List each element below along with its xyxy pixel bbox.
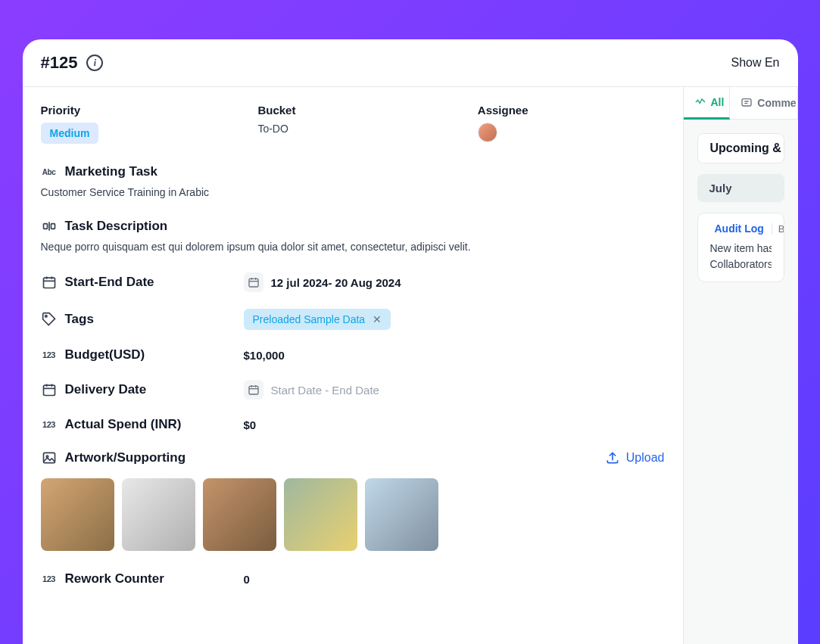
budget-value: $10,000 <box>244 349 285 362</box>
assignee-field: Assignee <box>478 104 528 144</box>
artwork-thumbnail[interactable] <box>365 478 438 551</box>
svg-rect-3 <box>43 278 55 288</box>
tags-row: Tags Preloaded Sample Data ✕ <box>41 309 665 330</box>
svg-rect-16 <box>249 386 258 394</box>
actual-spend-row: 123 Actual Spend (INR) $0 <box>41 416 665 433</box>
desc-row: Task Description <box>41 218 665 235</box>
bucket-label: Bucket <box>257 104 295 117</box>
sidebar-content: Upcoming & Ov July Audit Log By New item… <box>684 120 798 296</box>
calendar-icon[interactable] <box>244 380 263 400</box>
tab-comments-label: Comme <box>757 97 796 109</box>
assignee-label: Assignee <box>478 104 528 117</box>
rework-label: Rework Counter <box>65 571 164 586</box>
close-icon[interactable]: ✕ <box>373 313 382 325</box>
priority-field: Priority Medium <box>41 104 99 144</box>
number-icon: 123 <box>41 571 58 587</box>
images-row <box>41 478 665 551</box>
tag-label: Preloaded Sample Data <box>253 313 366 325</box>
upload-label: Upload <box>626 451 665 465</box>
svg-rect-7 <box>249 278 258 287</box>
budget-label: Budget(USD) <box>65 347 145 362</box>
tags-label: Tags <box>65 312 94 327</box>
audit-header: Audit Log By <box>710 222 772 235</box>
main-panel: Priority Medium Bucket To-DO Assignee Ab… <box>23 87 683 644</box>
audit-card: Audit Log By New item has beer Collabora… <box>697 213 784 282</box>
number-icon: 123 <box>41 347 58 363</box>
delivery-label: Delivery Date <box>65 382 147 397</box>
bucket-value: To-DO <box>257 123 295 135</box>
audit-msg-1: New item has beer <box>710 241 772 257</box>
calendar-icon <box>41 381 58 398</box>
audit-by: By <box>772 223 784 235</box>
artwork-thumbnail[interactable] <box>122 478 195 551</box>
desc-value: Neque porro quisquam est qui dolorem ips… <box>41 241 665 253</box>
svg-rect-0 <box>43 224 47 229</box>
tab-all[interactable]: All <box>684 87 731 120</box>
actual-spend-label: Actual Spend (INR) <box>65 417 182 432</box>
top-row: Priority Medium Bucket To-DO Assignee <box>41 104 665 144</box>
dates-row: Start-End Date 12 jul 2024- 20 Aug 2024 <box>41 272 665 292</box>
subtitle: Customer Service Training in Arabic <box>41 186 665 198</box>
bucket-field: Bucket To-DO <box>257 104 295 144</box>
abc-icon: Abc <box>41 163 58 180</box>
svg-rect-12 <box>43 385 55 395</box>
budget-row: 123 Budget(USD) $10,000 <box>41 347 665 363</box>
side-panel: All Comme Upcoming & Ov July Audit Log B… <box>683 87 798 644</box>
title-label: Marketing Task <box>65 164 158 179</box>
tag-icon <box>41 311 58 328</box>
tag-chip[interactable]: Preloaded Sample Data ✕ <box>244 309 391 330</box>
upload-button[interactable]: Upload <box>605 450 665 465</box>
rework-row: 123 Rework Counter 0 <box>41 571 665 587</box>
title-row: Abc Marketing Task <box>41 163 665 180</box>
actual-spend-value: $0 <box>244 418 257 431</box>
audit-title[interactable]: Audit Log <box>715 222 764 235</box>
month-pill: July <box>697 174 784 202</box>
calendar-icon <box>41 274 58 291</box>
number-icon: 123 <box>41 416 58 433</box>
assignee-avatar[interactable] <box>478 123 497 142</box>
svg-rect-20 <box>43 453 55 462</box>
artwork-header: Artwork/Supporting Upload <box>41 450 665 466</box>
tab-comments[interactable]: Comme <box>730 87 797 119</box>
svg-rect-22 <box>742 99 751 106</box>
svg-point-11 <box>45 316 47 318</box>
artwork-thumbnail[interactable] <box>284 478 357 551</box>
task-id: #125 <box>41 53 78 73</box>
priority-label: Priority <box>41 104 99 117</box>
text-field-icon <box>41 218 58 235</box>
dates-value: 12 jul 2024- 20 Aug 2024 <box>271 276 401 289</box>
audit-msg-2: Collaborators, Buc <box>710 257 772 272</box>
show-more-link[interactable]: Show En <box>731 56 779 70</box>
artwork-thumbnail[interactable] <box>41 478 114 551</box>
task-detail-card: #125 i Show En Priority Medium Bucket To… <box>23 39 798 644</box>
artwork-label: Artwork/Supporting <box>65 450 186 465</box>
artwork-thumbnail[interactable] <box>203 478 276 551</box>
tab-all-label: All <box>711 96 725 108</box>
status-pill[interactable]: Upcoming & Ov <box>697 133 784 163</box>
sidebar-tabs: All Comme <box>684 87 798 120</box>
delivery-row: Delivery Date Start Date - End Date <box>41 380 665 400</box>
header-left: #125 i <box>41 53 104 73</box>
calendar-icon[interactable] <box>244 272 263 292</box>
dates-label: Start-End Date <box>65 275 154 290</box>
rework-value: 0 <box>244 573 250 586</box>
image-icon <box>41 450 58 466</box>
desc-label: Task Description <box>65 219 168 234</box>
priority-badge[interactable]: Medium <box>41 123 99 144</box>
svg-rect-1 <box>51 224 55 229</box>
content: Priority Medium Bucket To-DO Assignee Ab… <box>23 87 798 644</box>
info-icon[interactable]: i <box>86 54 103 71</box>
header: #125 i Show En <box>23 39 798 87</box>
delivery-placeholder: Start Date - End Date <box>271 384 379 397</box>
